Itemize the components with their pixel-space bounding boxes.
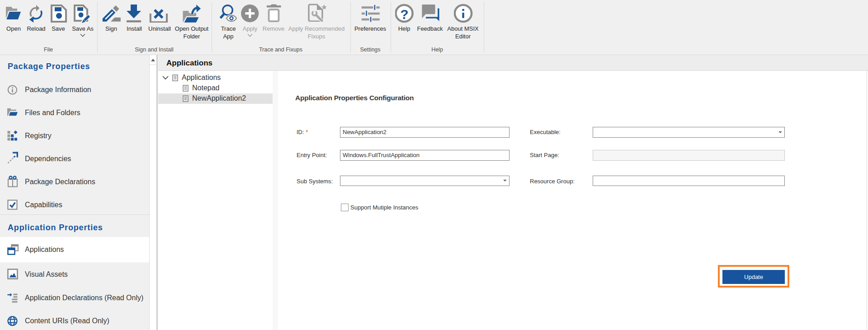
svg-text:?: ? <box>400 7 408 22</box>
